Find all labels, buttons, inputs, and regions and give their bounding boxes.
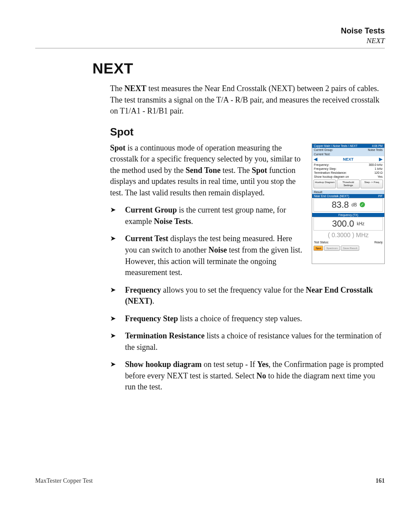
text-bold: Show hookup diagram — [125, 360, 202, 369]
text-bold: Termination Resistance — [125, 331, 205, 340]
label: P/F — [378, 194, 383, 198]
threshold-settings-button[interactable]: Threshold Settings — [337, 180, 359, 188]
shot-test-selector[interactable]: ◀ NEXT ▶ — [312, 156, 384, 163]
value: 1 kHz — [375, 167, 383, 171]
bullet-termination-resistance: Termination Resistance lists a choice of… — [110, 330, 385, 353]
label: Frequency Step: — [314, 167, 336, 171]
shot-result-header: Result: — [312, 190, 384, 194]
hookup-diagram-button[interactable]: Hookup Diagram — [313, 180, 336, 188]
text-bold: NEXT — [124, 84, 146, 93]
page-footer: MaxTester Copper Test 161 — [35, 477, 385, 484]
shot-current-group: Current Group: Noise Tests — [312, 148, 384, 152]
header-section: Noise Tests — [35, 26, 385, 36]
text: test. The — [221, 166, 252, 175]
page-header: Noise Tests NEXT — [35, 26, 385, 45]
text-bold: No — [257, 371, 266, 380]
page-number: 161 — [376, 477, 385, 484]
text: . — [152, 297, 155, 305]
text-bold: Send Tone — [185, 166, 221, 175]
shot-result-bar: Near End Crosstalk (NEXT) P/F — [312, 194, 384, 198]
shot-row-freq-step: Frequency Step: 1 kHz — [312, 167, 384, 171]
shot-row-hookup: Show hookup diagram on Yes — [312, 175, 384, 179]
value: Yes — [378, 175, 383, 179]
text: lists a choice of frequency step values. — [178, 314, 302, 323]
shot-topbar: Copper Main \ Noise Tests \ NEXT 4:06 PM — [312, 144, 384, 148]
value: 300.0 kHz — [368, 163, 383, 167]
bullet-frequency: Frequency allows you to set the frequenc… — [110, 285, 385, 307]
text-bold: Spot — [252, 166, 267, 175]
footer-title: MaxTester Copper Test — [35, 477, 93, 484]
text: The — [110, 84, 124, 93]
text-bold: Spot — [110, 143, 125, 152]
step-freq-button[interactable]: Step -> Freq — [361, 180, 383, 188]
shot-button-row: Hookup Diagram Threshold Settings Step -… — [312, 179, 384, 189]
text: . — [191, 217, 193, 226]
shot-row-frequency: Frequency: 300.0 kHz — [312, 163, 384, 167]
intro-paragraph: The NEXT test measures the Near End Cros… — [110, 83, 385, 117]
label: Termination Resistance: — [314, 171, 347, 175]
text-bold: Noise — [208, 246, 227, 254]
text-bold: Noise Tests — [154, 217, 191, 226]
text-bold: Yes — [257, 360, 269, 369]
heading-spot: Spot — [110, 126, 385, 138]
bullet-current-test: Current Test displays the test being mea… — [110, 233, 385, 278]
chevron-right-icon[interactable]: ▶ — [379, 157, 383, 161]
label: Current Group: — [314, 148, 333, 152]
text-bold: Current Test — [125, 234, 168, 243]
shot-row-term: Termination Resistance: 120 Ω — [312, 171, 384, 175]
label: Show hookup diagram on — [314, 175, 349, 179]
bullet-show-hookup: Show hookup diagram on test setup - If Y… — [110, 359, 385, 393]
shot-test-name: NEXT — [343, 157, 354, 161]
shot-time: 4:06 PM — [372, 144, 383, 147]
header-rule — [35, 48, 385, 48]
text-bold: Current Group — [125, 205, 177, 214]
header-sub: NEXT — [35, 37, 385, 45]
shot-current-test-label: Current Test: — [312, 152, 384, 156]
bullet-frequency-step: Frequency Step lists a choice of frequen… — [110, 313, 385, 325]
text-bold: Frequency — [125, 286, 161, 294]
bullet-current-group: Current Group is the current test group … — [110, 205, 385, 227]
shot-breadcrumb: Copper Main \ Noise Tests \ NEXT — [314, 144, 357, 147]
label: Frequency: — [314, 163, 329, 167]
label: Near End Crosstalk (NEXT) — [314, 194, 349, 198]
chevron-left-icon[interactable]: ◀ — [314, 157, 317, 161]
text: allows you to set the frequency value fo… — [161, 286, 306, 294]
text: on test setup - If — [202, 360, 257, 369]
text-bold: Frequency Step — [125, 314, 178, 323]
heading-next: NEXT — [92, 60, 385, 77]
value: 120 Ω — [374, 171, 383, 175]
bullet-list: Current Group is the current test group … — [110, 205, 385, 393]
value: Noise Tests — [368, 148, 383, 152]
text: test measures the Near End Crosstalk (NE… — [110, 84, 379, 115]
